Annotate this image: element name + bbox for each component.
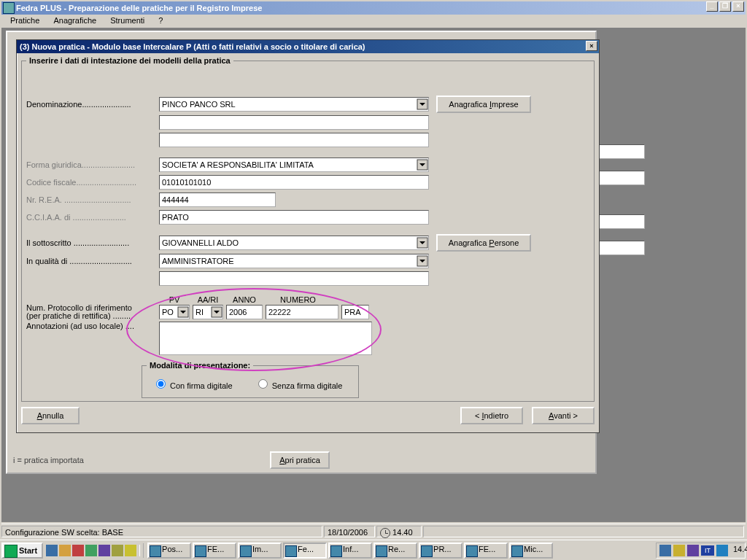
ql-key-icon[interactable] [125, 545, 136, 556]
main-fieldset: Inserire i dati di intestazione dei mode… [21, 56, 595, 402]
maximize-button[interactable]: ❐ [719, 1, 731, 12]
indietro-button[interactable]: < Indietro [460, 407, 523, 424]
rea-input[interactable] [159, 192, 276, 207]
task-item[interactable]: Im... [238, 542, 282, 559]
denom3-input[interactable] [159, 133, 429, 147]
status-date: 18/10/2006 [324, 526, 375, 537]
app-icon [3, 2, 15, 14]
proto-anno-input[interactable] [226, 305, 263, 319]
apri-pratica-button[interactable]: Apri pratica [270, 451, 330, 469]
menu-strumenti[interactable]: Strumenti [104, 15, 150, 26]
menu-help[interactable]: ? [152, 15, 169, 26]
minimize-button[interactable]: _ [706, 1, 718, 12]
fieldset-legend: Inserire i dati di intestazione dei mode… [26, 56, 233, 65]
system-tray: IT 14.40 [656, 542, 746, 559]
sottoscritto-combo[interactable]: GIOVANNELLI ALDO [159, 236, 429, 250]
menu-bar: Pratiche Anagrafiche Strumenti ? [1, 15, 746, 28]
taskbar: Start Pos... FE... Im... Fe... Inf... Re… [0, 540, 747, 560]
modalita-legend: Modalità di presentazione: [147, 361, 253, 370]
taskbar-clock[interactable]: 14.40 [730, 545, 742, 556]
list-panel: (3) Nuova pratica - Modulo base Intercal… [6, 31, 597, 474]
menu-anagrafiche[interactable]: Anagrafiche [47, 15, 102, 26]
ql-app-icon[interactable] [98, 545, 110, 556]
quick-launch [46, 545, 140, 556]
label-protocollo: Num. Protocollo di riferimento(per prati… [26, 304, 159, 320]
label-sottoscritto: Il sottoscritto ........................… [26, 238, 159, 247]
task-item[interactable]: Inf... [328, 542, 372, 559]
app-titlebar[interactable]: Fedra PLUS - Preparazione delle pratiche… [1, 1, 746, 15]
proto-headers: PV AA/RI ANNO NUMERO [159, 295, 589, 304]
status-empty [423, 526, 744, 537]
proto-num-input[interactable] [266, 305, 338, 319]
task-item[interactable]: PR... [419, 542, 462, 559]
label-cf: Codice fiscale..........................… [26, 178, 159, 187]
label-qualita: In qualità di ..........................… [26, 257, 159, 265]
ql-desktop-icon[interactable] [72, 545, 84, 556]
modalita-fieldset: Modalità di presentazione: Con firma dig… [142, 361, 359, 398]
task-item[interactable]: Re... [374, 542, 417, 559]
denominazione-combo[interactable]: PINCO PANCO SRL [159, 97, 429, 112]
label-rea: Nr. R.E.A. .............................… [26, 195, 159, 204]
status-config: Configurazione SW scelta: BASE [1, 526, 322, 537]
task-item[interactable]: Fe... [283, 542, 327, 559]
task-buttons: Pos... FE... Im... Fe... Inf... Re... PR… [147, 542, 656, 559]
tray-icon[interactable] [673, 545, 685, 556]
anagrafica-imprese-button[interactable]: Anagrafica Imprese [436, 96, 531, 113]
dialog-title-text: (3) Nuova pratica - Modulo base Intercal… [20, 42, 365, 51]
app-window: Fedra PLUS - Preparazione delle pratiche… [0, 0, 747, 540]
label-forma: Forma giuridica........................ [26, 160, 159, 169]
bg-field [594, 241, 645, 255]
task-item[interactable]: FE... [464, 542, 508, 559]
close-button[interactable]: × [732, 1, 744, 12]
ql-excel-icon[interactable] [85, 545, 97, 556]
task-item[interactable]: Pos... [147, 542, 191, 559]
task-item[interactable]: Mic... [509, 542, 553, 559]
dialog-titlebar[interactable]: (3) Nuova pratica - Modulo base Intercal… [17, 40, 599, 53]
label-cciaa: C.C.I.A.A. di ........................ [26, 213, 159, 222]
anagrafica-persone-button[interactable]: Anagrafica Persone [436, 234, 531, 252]
app-client: ): (3) Nuova pratica - Modulo base Inter… [1, 28, 746, 522]
language-indicator[interactable]: IT [701, 545, 714, 556]
ql-outlook-icon[interactable] [59, 545, 71, 556]
annulla-button[interactable]: Annulla [21, 407, 80, 424]
avanti-button[interactable]: Avanti > [532, 407, 595, 424]
cf-input[interactable] [159, 175, 429, 190]
proto-pv-combo[interactable]: PO [159, 305, 190, 319]
forma-combo[interactable]: SOCIETA' A RESPONSABILITA' LIMITATA [159, 158, 429, 172]
qualita-combo[interactable]: AMMINISTRATORE [159, 254, 429, 268]
cciaa-input[interactable] [159, 210, 429, 225]
label-annotazioni: Annotazioni (ad uso locale) .... [26, 322, 159, 330]
radio-con-firma[interactable]: Con firma digitale [152, 377, 233, 390]
start-button[interactable]: Start [1, 542, 43, 559]
tray-icon[interactable] [716, 545, 728, 556]
denom2-input[interactable] [159, 115, 429, 130]
dialog-close-button[interactable]: × [586, 41, 597, 51]
status-time: 14.40 [376, 526, 422, 537]
menu-pratiche[interactable]: Pratiche [4, 15, 45, 26]
proto-aari-combo[interactable]: RI [193, 305, 223, 319]
qualita2-input[interactable] [159, 271, 429, 286]
app-title-text: Fedra PLUS - Preparazione delle pratiche… [16, 4, 262, 12]
status-bar: Configurazione SW scelta: BASE 18/10/200… [1, 524, 746, 538]
import-hint: i = pratica importata [7, 456, 270, 464]
proto-suffix-input[interactable] [341, 305, 369, 319]
annotazioni-textarea[interactable] [159, 322, 372, 355]
bg-field [594, 171, 645, 185]
tray-icon[interactable] [659, 545, 671, 556]
bg-field [594, 214, 645, 229]
radio-senza-firma[interactable]: Senza firma digitale [255, 377, 343, 390]
new-practice-dialog: (3) Nuova pratica - Modulo base Intercal… [16, 39, 600, 433]
ql-ie-icon[interactable] [46, 545, 58, 556]
clock-icon [380, 528, 390, 538]
task-item[interactable]: FE... [193, 542, 236, 559]
label-denominazione: Denominazione...................... [26, 100, 159, 109]
tray-icon[interactable] [687, 545, 699, 556]
ql-folder-icon[interactable] [112, 545, 123, 556]
bg-field [594, 144, 645, 159]
